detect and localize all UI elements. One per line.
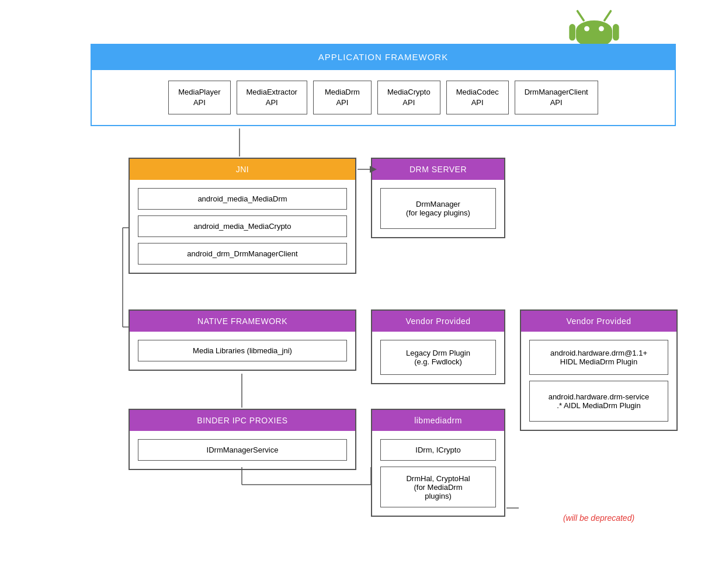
jni-item-1: android_media_MediaDrm xyxy=(138,188,347,210)
native-framework-section: NATIVE FRAMEWORK Media Libraries (libmed… xyxy=(129,309,356,371)
svg-point-3 xyxy=(584,26,589,32)
jni-item-3: android_drm_DrmManagerClient xyxy=(138,243,347,265)
page-container: APPLICATION FRAMEWORK MediaPlayerAPI Med… xyxy=(0,0,708,588)
svg-rect-6 xyxy=(613,24,619,40)
vendor-left-header: Vendor Provided xyxy=(372,311,504,332)
app-framework-section: APPLICATION FRAMEWORK MediaPlayerAPI Med… xyxy=(91,44,676,126)
libmediadrm-body: IDrm, ICrypto DrmHal, CryptoHal(for Medi… xyxy=(372,431,504,516)
drm-server-item-1: DrmManager(for legacy plugins) xyxy=(380,188,496,229)
api-box-mediacrypto: MediaCryptoAPI xyxy=(377,81,440,114)
svg-line-1 xyxy=(605,11,611,20)
vendor-right-section: Vendor Provided android.hardware.drm@1.1… xyxy=(520,309,678,431)
app-framework-header: APPLICATION FRAMEWORK xyxy=(91,44,676,70)
vendor-right-item-1: android.hardware.drm@1.1+HIDL MediaDrm P… xyxy=(529,340,668,375)
libmediadrm-section: libmediadrm IDrm, ICrypto DrmHal, Crypto… xyxy=(371,409,505,517)
libmediadrm-item-1: IDrm, ICrypto xyxy=(380,439,496,461)
libmediadrm-item-2: DrmHal, CryptoHal(for MediaDrmplugins) xyxy=(380,467,496,507)
native-framework-item-1: Media Libraries (libmedia_jni) xyxy=(138,340,347,361)
native-framework-header: NATIVE FRAMEWORK xyxy=(130,311,355,332)
svg-rect-5 xyxy=(569,24,575,40)
jni-body: android_media_MediaDrm android_media_Med… xyxy=(130,180,355,273)
jni-item-2: android_media_MediaCrypto xyxy=(138,215,347,237)
android-logo xyxy=(568,6,615,47)
api-box-mediadrm: MediaDrmAPI xyxy=(313,81,372,114)
vendor-right-body: android.hardware.drm@1.1+HIDL MediaDrm P… xyxy=(521,332,676,430)
binder-ipc-header: BINDER IPC PROXIES xyxy=(130,410,355,431)
api-box-mediaplayer: MediaPlayerAPI xyxy=(168,81,230,114)
jni-section: JNI android_media_MediaDrm android_media… xyxy=(129,158,356,274)
api-box-mediaextractor: MediaExtractorAPI xyxy=(237,81,307,114)
app-framework-body: MediaPlayerAPI MediaExtractorAPI MediaDr… xyxy=(91,70,676,126)
vendor-right-item-2: android.hardware.drm-service.* AIDL Medi… xyxy=(529,381,668,422)
native-framework-body: Media Libraries (libmedia_jni) xyxy=(130,332,355,370)
vendor-left-section: Vendor Provided Legacy Drm Plugin(e.g. F… xyxy=(371,309,505,384)
svg-line-0 xyxy=(578,11,584,20)
binder-ipc-body: IDrmManagerService xyxy=(130,431,355,469)
vendor-right-header: Vendor Provided xyxy=(521,311,676,332)
drm-server-section: DRM SERVER DrmManager(for legacy plugins… xyxy=(371,158,505,238)
binder-ipc-section: BINDER IPC PROXIES IDrmManagerService xyxy=(129,409,356,470)
api-box-mediacodec: MediaCodecAPI xyxy=(446,81,509,114)
deprecated-text: (will be deprecated) xyxy=(563,513,634,523)
api-box-drmmanagerclient: DrmManagerClientAPI xyxy=(515,81,598,114)
svg-point-4 xyxy=(599,26,604,32)
libmediadrm-header: libmediadrm xyxy=(372,410,504,431)
vendor-left-body: Legacy Drm Plugin(e.g. Fwdlock) xyxy=(372,332,504,383)
deprecated-note: (will be deprecated) xyxy=(520,513,678,523)
vendor-left-item-1: Legacy Drm Plugin(e.g. Fwdlock) xyxy=(380,340,496,375)
drm-server-body: DrmManager(for legacy plugins) xyxy=(372,180,504,237)
binder-ipc-item-1: IDrmManagerService xyxy=(138,439,347,461)
jni-header: JNI xyxy=(130,159,355,180)
drm-server-header: DRM SERVER xyxy=(372,159,504,180)
